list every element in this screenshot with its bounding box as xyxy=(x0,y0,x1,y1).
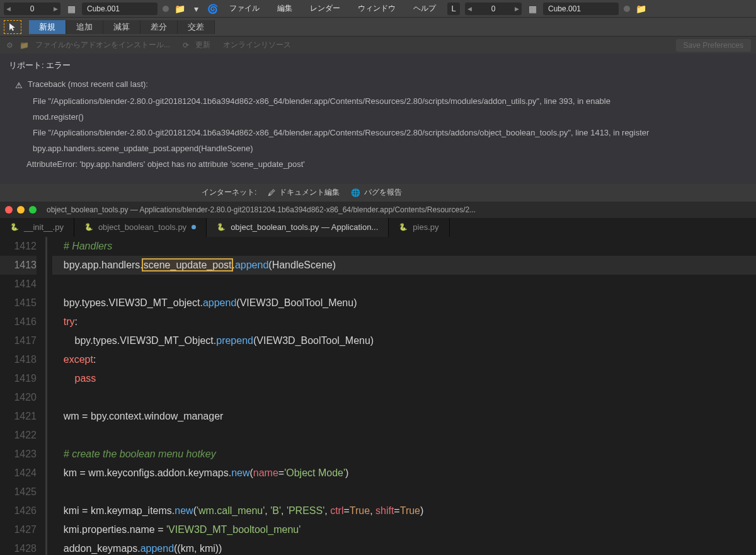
gear-icon: ⚙ xyxy=(6,41,13,50)
object-name-field[interactable]: Cube.001 xyxy=(82,3,158,15)
tab-indicator[interactable]: L xyxy=(447,3,460,15)
menu-window[interactable]: ウィンドウ xyxy=(352,3,402,14)
warning-icon: ⚠ xyxy=(15,79,23,93)
dropdown-icon[interactable]: ▾ xyxy=(190,3,202,14)
layers-icon-2[interactable]: ▦ xyxy=(527,3,538,14)
menu-file[interactable]: ファイル xyxy=(223,3,266,14)
python-icon: 🐍 xyxy=(84,223,93,231)
doc-icon: 🖉 xyxy=(268,188,275,197)
menu-help[interactable]: ヘルプ xyxy=(407,3,442,14)
python-icon: 🐍 xyxy=(399,223,408,231)
traceback-line: mod.register() xyxy=(33,110,84,124)
code-area[interactable]: 1412141314141415141614171418141914201421… xyxy=(0,237,756,555)
close-window-button[interactable] xyxy=(5,206,13,214)
report-title: リポート: エラー xyxy=(9,60,747,71)
minimize-window-button[interactable] xyxy=(17,206,25,214)
editor-title: object_boolean_tools.py — Applications/b… xyxy=(47,205,476,214)
code-editor-window: object_boolean_tools.py — Applications/b… xyxy=(0,202,756,555)
bool-add[interactable]: 追加 xyxy=(66,20,103,34)
editor-titlebar: object_boolean_tools.py — Applications/b… xyxy=(0,202,756,218)
code-lines[interactable]: # Handlers bpy.app.handlers.scene_update… xyxy=(45,237,756,555)
docs-link[interactable]: 🖉ドキュメント編集 xyxy=(268,187,340,198)
layers-icon[interactable]: ▦ xyxy=(66,3,77,14)
bool-toolbar: 新規 追加 減算 差分 交差 xyxy=(0,17,756,36)
object-name-field-2[interactable]: Cube.001 xyxy=(543,3,619,15)
error-report-panel: リポート: エラー ⚠Traceback (most recent call l… xyxy=(0,54,756,184)
traceback-line: bpy.app.handlers.scene_update_post.appen… xyxy=(33,142,253,156)
tab-pies[interactable]: 🐍pies.py xyxy=(389,218,449,237)
bool-new[interactable]: 新規 xyxy=(29,20,66,34)
menu-edit[interactable]: 編集 xyxy=(271,3,299,14)
window-traffic-lights xyxy=(5,206,37,214)
folder-icon[interactable]: 📁 xyxy=(174,3,185,14)
folder-icon-2[interactable]: 📁 xyxy=(635,3,646,14)
cursor-icon xyxy=(9,23,16,31)
addon-links-bar: インターネット: 🖉ドキュメント編集 🌐バグを報告 xyxy=(0,184,756,202)
tab-booltools-2[interactable]: 🐍object_boolean_tools.py — Application..… xyxy=(207,218,389,237)
menu-render[interactable]: レンダー xyxy=(304,3,346,14)
bug-link[interactable]: 🌐バグを報告 xyxy=(351,187,402,198)
folder-icon: 📁 xyxy=(20,41,29,50)
traceback-line: Traceback (most recent call last): xyxy=(28,77,148,93)
python-icon: 🐍 xyxy=(217,223,226,231)
blender-topbar: ◀0▶ ▦ Cube.001 📁 ▾ 🌀 ファイル 編集 レンダー ウィンドウ … xyxy=(0,0,756,17)
frame-field[interactable]: ◀0▶ xyxy=(4,3,60,15)
install-addon-button[interactable]: ファイルからアドオンをインストール... xyxy=(35,40,170,50)
globe-icon: 🌐 xyxy=(351,188,360,197)
refresh-button[interactable]: 更新 xyxy=(195,40,210,50)
addon-bar: ⚙ 📁 ファイルからアドオンをインストール... ⟳ 更新 オンラインリソース … xyxy=(0,36,756,54)
frame-field-2[interactable]: ◀0▶ xyxy=(465,3,522,15)
traceback-line: File "/Applications/blender-2.80.0-git20… xyxy=(33,126,649,140)
traceback-line: File "/Applications/blender-2.80.0-git20… xyxy=(33,94,610,108)
cursor-tool[interactable] xyxy=(4,20,21,34)
zoom-window-button[interactable] xyxy=(29,206,37,214)
traceback-line: AttributeError: 'bpy.app.handlers' objec… xyxy=(26,157,305,171)
record-dot-2[interactable] xyxy=(624,6,630,12)
python-icon: 🐍 xyxy=(10,223,19,231)
internet-label: インターネット: xyxy=(202,187,256,198)
record-dot[interactable] xyxy=(163,6,169,12)
tab-init[interactable]: 🐍__init__.py xyxy=(0,218,74,237)
bool-diff[interactable]: 差分 xyxy=(140,20,178,34)
bool-intersect[interactable]: 交差 xyxy=(178,20,215,34)
online-resources[interactable]: オンラインリソース xyxy=(223,40,291,50)
modified-dot-icon xyxy=(192,225,196,229)
blender-logo-icon: 🌀 xyxy=(207,3,218,14)
editor-tabs: 🐍__init__.py 🐍object_boolean_tools.py 🐍o… xyxy=(0,218,756,237)
save-preferences-button[interactable]: Save Preferences xyxy=(676,39,751,52)
refresh-icon: ⟳ xyxy=(183,41,189,50)
bool-sub[interactable]: 減算 xyxy=(103,20,140,34)
tab-booltools-1[interactable]: 🐍object_boolean_tools.py xyxy=(74,218,207,237)
line-gutter: 1412141314141415141614171418141914201421… xyxy=(0,237,45,555)
